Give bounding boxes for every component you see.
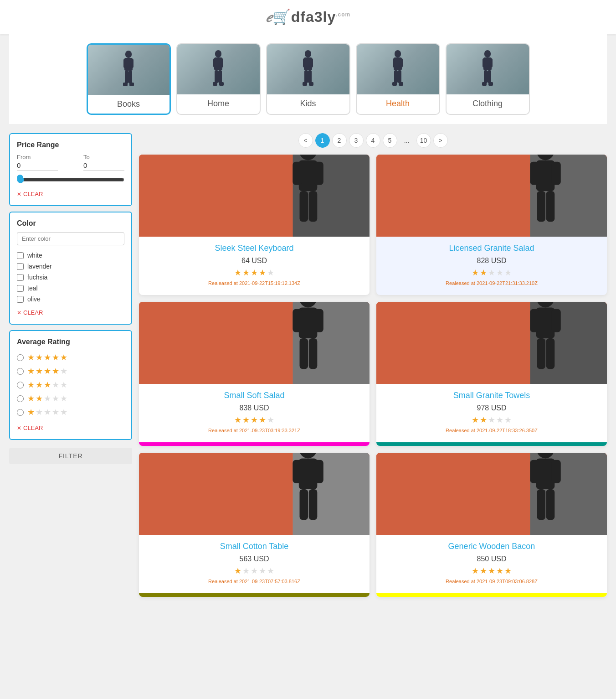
svg-rect-78 [139,453,293,535]
category-kids-image [267,44,349,94]
pagination-page-3[interactable]: 3 [349,133,364,148]
price-range-title: Price Range [17,141,124,149]
rating-1-radio[interactable] [17,409,24,416]
svg-rect-34 [483,58,486,67]
pagination-page-5[interactable]: 5 [383,133,397,148]
price-from-input[interactable] [17,161,58,171]
color-checkbox-white[interactable] [17,252,24,259]
category-clothing-image [447,44,529,94]
price-range-inputs: From To [17,154,124,171]
svg-rect-23 [309,82,313,86]
pagination-page-2[interactable]: 2 [332,133,347,148]
color-filter-title: Color [17,219,124,228]
svg-rect-10 [213,58,217,67]
pagination-page-4[interactable]: 4 [366,133,380,148]
svg-rect-54 [530,162,539,185]
rating-1-stars: ★ ★ ★ ★ ★ [27,407,67,417]
svg-rect-2 [123,59,127,68]
product-card-3[interactable]: Stikk Small Soft Salad [139,302,370,446]
slider-dot [17,175,23,181]
svg-rect-31 [399,82,403,86]
product-name-3: Small Soft Salad [146,391,363,400]
rating-5-stars: ★ ★ ★ ★ ★ [27,352,67,362]
price-clear-button[interactable]: CLEAR [17,190,43,198]
category-books[interactable]: Books [87,43,171,115]
product-date-6: Realeased at 2021-09-23T09:03:06.828Z [383,579,600,584]
pagination-prev[interactable]: < [298,133,313,148]
color-option-teal[interactable]: teal [17,283,124,294]
svg-rect-63 [293,309,302,332]
svg-rect-60 [139,302,293,384]
rating-1-option[interactable]: ★ ★ ★ ★ ★ [17,405,124,419]
rating-3-radio[interactable] [17,382,24,388]
header: 𝑒🛒dfa3ly.com [0,0,616,34]
category-kids[interactable]: Kids [266,43,350,115]
pagination-page-1[interactable]: 1 [315,133,330,148]
svg-rect-82 [314,460,323,483]
product-card-1[interactable]: Stikk Sleek Steel Ke [139,155,370,295]
rating-5-radio[interactable] [17,354,24,361]
price-from-group: From [17,154,58,171]
svg-rect-0 [125,51,132,58]
product-stars-5: ★ ★ ★ ★ ★ [146,566,363,576]
product-card-2[interactable]: Stikk Licensed Granite Salad [376,155,607,295]
color-clear-button[interactable]: CLEAR [17,308,43,317]
price-to-group: To [83,154,124,171]
svg-rect-90 [530,460,539,483]
svg-rect-55 [552,162,561,185]
products-area: < 1 2 3 4 5 ... 10 > Stikk [139,133,607,597]
product-price-2: 828 USD [383,257,600,265]
rating-4-radio[interactable] [17,368,24,375]
rating-5-option[interactable]: ★ ★ ★ ★ ★ [17,351,124,364]
category-home[interactable]: Home [176,43,261,115]
svg-rect-83 [300,489,308,520]
rating-clear-button[interactable]: CLEAR [17,424,43,432]
color-option-fuchsia[interactable]: fuchsia [17,272,124,283]
pagination-next[interactable]: > [433,133,448,148]
category-health[interactable]: Health [356,43,440,115]
rating-3-option[interactable]: ★ ★ ★ ★ ★ [17,378,124,392]
color-checkbox-fuchsia[interactable] [17,274,24,281]
svg-rect-3 [130,59,133,68]
product-card-6[interactable]: Stikk Generic Wooden Bacon [376,453,607,597]
svg-rect-24 [395,50,401,57]
price-range-slider[interactable] [17,176,124,183]
filter-button[interactable]: FILTER [9,448,132,464]
svg-rect-75 [546,338,555,369]
color-option-lavender[interactable]: lavender [17,261,124,272]
svg-rect-19 [309,58,313,67]
price-to-input[interactable] [83,161,124,171]
rating-2-option[interactable]: ★ ★ ★ ★ ★ [17,392,124,405]
svg-rect-74 [537,338,546,369]
product-card-5[interactable]: Stikk Small Cotton Table [139,453,370,597]
svg-rect-56 [537,191,546,222]
rating-2-radio[interactable] [17,395,24,402]
product-price-6: 850 USD [383,555,600,563]
product-color-bar-4 [376,442,607,446]
price-slider-container [17,176,124,185]
category-clothing[interactable]: Clothing [446,43,530,115]
color-option-white[interactable]: white [17,250,124,261]
color-filter: Color white lavender fuchsia teal olive [9,212,132,325]
color-checkbox-lavender[interactable] [17,263,24,270]
product-card-4[interactable]: Stikk Small Granite Towels [376,302,607,446]
product-info-3: Small Soft Salad 838 USD ★ ★ ★ ★ ★ Reale… [139,384,370,442]
color-option-olive[interactable]: olive [17,294,124,305]
svg-rect-87 [376,453,530,535]
svg-rect-32 [484,50,491,57]
color-search-input[interactable] [17,232,124,245]
color-checkbox-olive[interactable] [17,296,24,303]
pagination-page-10[interactable]: 10 [416,133,431,148]
product-name-4: Small Granite Towels [383,391,600,400]
category-health-image [357,44,439,94]
product-price-5: 563 USD [146,555,363,563]
svg-rect-92 [537,489,546,520]
rating-3-stars: ★ ★ ★ ★ ★ [27,380,67,390]
svg-rect-13 [218,70,222,83]
category-clothing-label: Clothing [447,94,529,113]
color-checkbox-teal[interactable] [17,285,24,292]
rating-4-option[interactable]: ★ ★ ★ ★ ★ [17,364,124,378]
svg-rect-15 [219,82,224,86]
product-stars-1: ★ ★ ★ ★ ★ [146,268,363,278]
svg-rect-47 [300,191,308,222]
